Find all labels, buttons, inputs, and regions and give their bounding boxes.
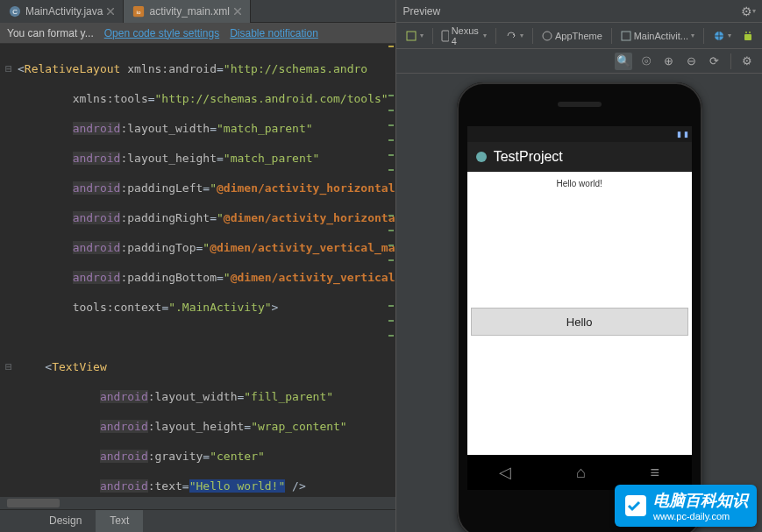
globe-icon: [713, 30, 725, 42]
theme-selector[interactable]: AppTheme: [538, 29, 606, 43]
svg-point-10: [745, 32, 747, 33]
zoom-fit-button[interactable]: 🔍: [615, 53, 632, 70]
notification-message: You can format y...: [7, 27, 94, 39]
zoom-toolbar: 🔍 ⦾ ⊕ ⊖ ⟳ ⚙: [396, 49, 763, 74]
app-action-bar: TestProject: [467, 142, 692, 172]
home-icon[interactable]: ⌂: [576, 464, 586, 482]
hello-textview: Hello world!: [467, 172, 692, 188]
editor-pane: C MainActivity.java io activity_main.xml…: [0, 0, 395, 532]
svg-rect-5: [442, 31, 448, 41]
device-frame: ▮ ▮ TestProject Hello world! Hello ◁ ⌂ ≡: [457, 82, 702, 532]
close-icon[interactable]: [107, 8, 114, 15]
preview-header: Preview ⚙▾: [396, 0, 763, 23]
tab-label: activity_main.xml: [149, 5, 229, 18]
close-icon[interactable]: [234, 8, 241, 15]
phone-icon: [441, 30, 448, 42]
svg-text:C: C: [12, 7, 18, 15]
zoom-out-button[interactable]: ⊖: [683, 53, 701, 70]
zoom-in-button[interactable]: ⊕: [660, 53, 678, 70]
preview-pane: Preview ⚙▾ ▾ Nexus 4▾ ▾ AppTheme MainAct…: [395, 0, 763, 532]
stack-icon: [405, 30, 417, 42]
preview-toolbar: ▾ Nexus 4▾ ▾ AppTheme MainActivit...▾ ▾: [396, 23, 763, 49]
android-version-button[interactable]: [738, 28, 758, 44]
preview-title: Preview: [403, 5, 741, 18]
rotate-icon: [505, 30, 517, 42]
back-icon[interactable]: ◁: [499, 463, 511, 482]
signal-icon: ▮: [677, 130, 681, 138]
java-icon: C: [9, 5, 21, 18]
watermark: 电脑百科知识 www.pc-daily.com: [615, 485, 757, 527]
scrollbar-thumb[interactable]: [7, 499, 60, 507]
battery-icon: ▮: [684, 130, 688, 138]
tab-main-activity[interactable]: C MainActivity.java: [0, 0, 124, 23]
svg-point-11: [749, 32, 751, 33]
zoom-actual-button[interactable]: ⦾: [637, 53, 655, 70]
svg-rect-7: [622, 32, 630, 40]
tab-label: MainActivity.java: [25, 5, 103, 18]
device-screen[interactable]: ▮ ▮ TestProject Hello world! Hello ◁ ⌂ ≡: [467, 126, 692, 490]
app-icon: [474, 150, 488, 164]
recents-icon[interactable]: ≡: [650, 464, 659, 482]
svg-rect-4: [407, 32, 416, 40]
notification-bar: You can format y... Open code style sett…: [0, 23, 395, 44]
theme-icon: [542, 31, 552, 41]
gutter-markers: [387, 44, 395, 497]
refresh-button[interactable]: ⟳: [706, 53, 723, 70]
svg-text:io: io: [137, 8, 141, 14]
settings-icon[interactable]: ⚙: [738, 53, 756, 70]
text-tab[interactable]: Text: [96, 510, 143, 532]
open-code-style-link[interactable]: Open code style settings: [104, 27, 219, 39]
watermark-url: www.pc-daily.com: [653, 511, 748, 521]
editor-mode-tabs: Design Text: [0, 509, 395, 532]
status-bar: ▮ ▮: [467, 126, 692, 142]
device-selector[interactable]: Nexus 4▾: [438, 24, 490, 48]
svg-rect-9: [744, 34, 751, 40]
device-preview-area: ▮ ▮ TestProject Hello world! Hello ◁ ⌂ ≡: [396, 74, 763, 532]
tab-activity-main[interactable]: io activity_main.xml: [124, 0, 250, 23]
code-editor[interactable]: ⊟<RelativeLayout xmlns:android="http://s…: [0, 44, 395, 497]
activity-icon: [621, 31, 631, 41]
orientation-button[interactable]: ▾: [502, 28, 527, 44]
render-config-button[interactable]: ▾: [402, 28, 427, 44]
app-content: Hello world! Hello: [467, 172, 692, 455]
android-icon: [742, 30, 754, 42]
editor-tab-bar: C MainActivity.java io activity_main.xml: [0, 0, 395, 23]
horizontal-scrollbar[interactable]: [0, 497, 395, 509]
design-tab[interactable]: Design: [35, 510, 96, 532]
disable-notification-link[interactable]: Disable notification: [230, 27, 318, 39]
watermark-text: 电脑百科知识: [653, 492, 748, 509]
svg-point-12: [476, 152, 487, 162]
gear-icon[interactable]: ⚙: [741, 4, 752, 18]
watermark-logo: [623, 493, 648, 518]
locale-button[interactable]: ▾: [709, 28, 735, 44]
xml-icon: io: [132, 5, 145, 18]
hello-button[interactable]: Hello: [471, 308, 688, 336]
activity-selector[interactable]: MainActivit...▾: [617, 29, 698, 43]
svg-point-6: [543, 32, 552, 40]
app-title: TestProject: [494, 149, 563, 165]
